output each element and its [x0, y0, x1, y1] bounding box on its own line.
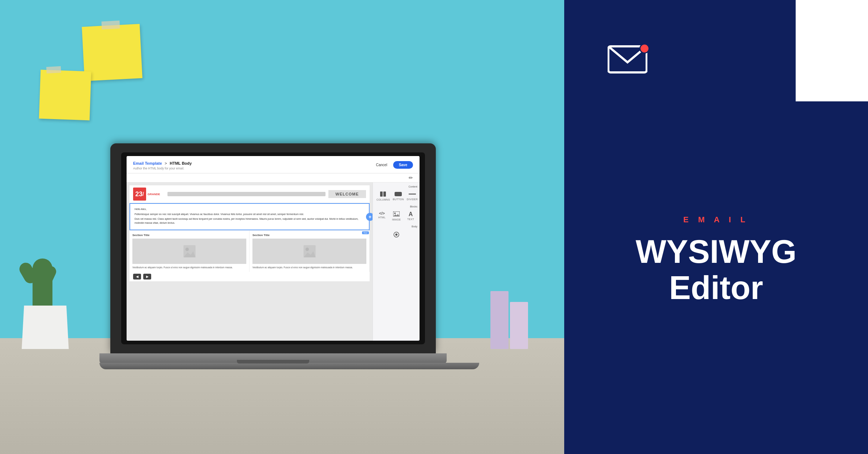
greeting-text: Hello Alex, — [135, 207, 365, 211]
laptop-bezel: Email Template > HTML Body Author the HT… — [121, 152, 425, 344]
svg-marker-12 — [393, 214, 400, 217]
breadcrumb: Email Template > HTML Body Author the HT… — [133, 160, 192, 170]
email-two-col-section: Section Title Ves — [129, 230, 370, 272]
white-corner-rect — [796, 0, 868, 101]
cactus-body — [33, 258, 52, 309]
html-label: HTML — [378, 216, 386, 219]
breadcrumb-title: Email Template > HTML Body — [133, 160, 192, 166]
columns-label: COLUMNS — [376, 198, 390, 201]
image-label: IMAGE — [392, 218, 401, 221]
cancel-button[interactable]: Cancel — [373, 161, 390, 168]
sticky-note-2 — [39, 70, 92, 121]
image-icon — [393, 211, 400, 218]
svg-rect-8 — [395, 192, 402, 196]
screen-toolbar: ✏ — [127, 173, 420, 182]
right-panel: Content — [373, 182, 420, 341]
body-label: Body — [412, 225, 417, 228]
panel-item-columns[interactable]: COLUMNS — [375, 190, 391, 202]
divider-icon — [409, 192, 416, 197]
columns-icon — [380, 192, 387, 198]
breadcrumb-subtitle: Author the HTML body for your email. — [133, 167, 192, 170]
panel-item-html[interactable]: </> HTML — [377, 210, 387, 222]
email-label: E M A I L — [636, 215, 797, 224]
laptop-base — [99, 353, 447, 363]
wysiwyg-label: WYSIWYG — [636, 235, 797, 268]
book-2 — [510, 302, 528, 349]
divider-label: DIVIDER — [407, 198, 418, 201]
panel-row-1: COLUMNS BUTTON — [373, 189, 420, 204]
blocks-label: Blocks — [410, 205, 417, 208]
panel-row-2: </> HTML — [373, 209, 420, 224]
col2-text: Vestibulum ac aliquam turpis. Fusce ut e… — [252, 266, 366, 269]
logo-text: GRANDE — [148, 193, 160, 196]
left-section: Email Template > HTML Body Author the HT… — [0, 0, 564, 454]
html-icon: </> — [379, 211, 385, 215]
breadcrumb-html: HTML Body — [170, 161, 192, 165]
promo-text-area: E M A I L WYSIWYG Editor — [614, 215, 818, 304]
laptop-screen: Email Template > HTML Body Author the HT… — [127, 156, 420, 341]
col1-image — [132, 239, 246, 264]
panel-item-button[interactable]: BUTTON — [391, 190, 405, 202]
panel-item-text[interactable]: A TEXT — [406, 210, 416, 222]
breadcrumb-email: Email Template — [133, 161, 162, 165]
logo-badge: 23 / — [133, 188, 146, 201]
button-label: BUTTON — [393, 198, 404, 201]
svg-rect-7 — [383, 192, 386, 197]
welcome-text: WELCOME — [328, 190, 366, 198]
panel-item-image[interactable]: IMAGE — [391, 210, 402, 222]
two-col-badge: Nav — [362, 231, 369, 234]
panel-item-divider[interactable]: DIVIDER — [405, 190, 420, 202]
paragraph2: Duis vel massa nisl. Class aptent taciti… — [135, 217, 365, 225]
notification-dot — [639, 43, 650, 54]
paragraph1: Pellentesque semper ex nec nisl suscipit… — [135, 213, 365, 217]
right-dark-panel: E M A I L WYSIWYG Editor — [564, 0, 868, 454]
col1-title: Section Title — [132, 234, 246, 237]
screen-body: 23 / GRANDE WELCOME Hello Alex, — [127, 182, 420, 341]
col1-text: Vestibulum ac aliquam turpis. Fusce ut e… — [132, 266, 246, 269]
col2-title: Section Title — [252, 234, 366, 237]
content-label: Content — [408, 185, 417, 188]
email-text-block[interactable]: Hello Alex, Pellentesque semper ex nec n… — [129, 203, 370, 230]
prev-arrow[interactable]: ◀ — [133, 274, 141, 279]
svg-rect-6 — [380, 192, 383, 197]
email-header-block: 23 / GRANDE WELCOME — [129, 185, 370, 203]
text-label: TEXT — [407, 218, 414, 220]
books — [490, 291, 528, 349]
mail-icon-container — [608, 43, 651, 80]
header-buttons: Cancel Save — [373, 161, 413, 169]
svg-point-4 — [305, 248, 309, 251]
book-1 — [490, 291, 509, 349]
svg-point-1 — [185, 248, 188, 251]
email-nav: ◀ ▶ — [129, 272, 370, 281]
cactus — [22, 306, 69, 349]
header-spacer — [167, 192, 326, 196]
tape-2 — [46, 66, 61, 73]
laptop-lid: Email Template > HTML Body Author the HT… — [110, 143, 436, 353]
prev-icon: ◀ — [136, 275, 139, 278]
next-arrow[interactable]: ▶ — [143, 274, 151, 279]
email-canvas: 23 / GRANDE WELCOME Hello Alex, — [127, 182, 373, 341]
add-block-button[interactable]: + — [366, 213, 373, 221]
editor-label: Editor — [636, 272, 797, 304]
laptop: Email Template > HTML Body Author the HT… — [83, 143, 463, 363]
screen-ui: Email Template > HTML Body Author the HT… — [127, 156, 420, 341]
save-button[interactable]: Save — [393, 161, 413, 169]
tape-1 — [101, 21, 120, 30]
text-icon: A — [409, 211, 413, 217]
screen-header: Email Template > HTML Body Author the HT… — [127, 156, 420, 173]
next-icon: ▶ — [146, 275, 149, 278]
col2-image — [252, 239, 366, 264]
col-1: Section Title Ves — [129, 231, 250, 272]
cactus-pot — [22, 306, 69, 349]
laptop-foot — [99, 363, 479, 369]
body-icon — [393, 231, 400, 239]
svg-point-14 — [395, 234, 397, 236]
col-2: Section Title Ves — [250, 231, 370, 272]
panel-item-body[interactable] — [392, 230, 401, 240]
edit-icon[interactable]: ✏ — [409, 175, 413, 181]
svg-point-11 — [394, 213, 396, 214]
button-icon — [395, 192, 402, 197]
breadcrumb-arrow: > — [165, 161, 167, 165]
